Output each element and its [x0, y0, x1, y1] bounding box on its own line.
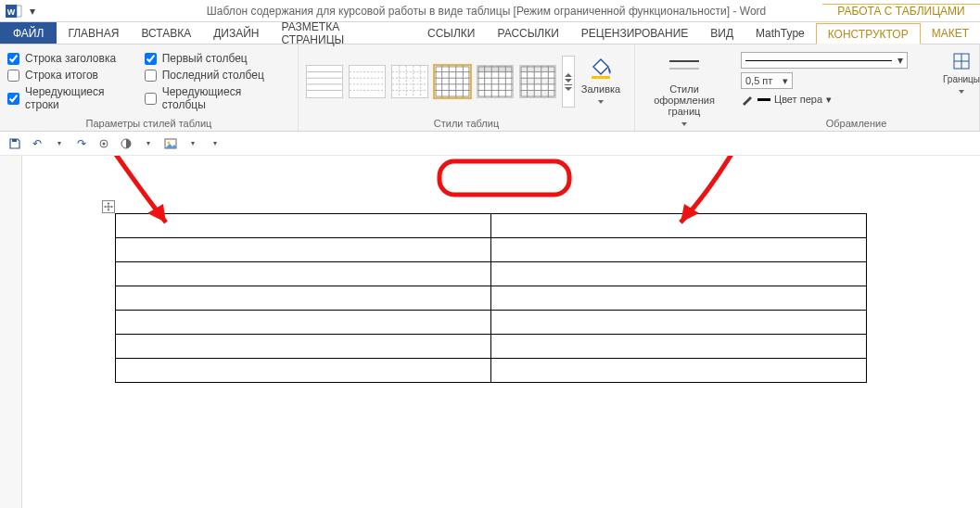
svg-rect-50 [592, 76, 610, 79]
table-style-thumb-6[interactable] [519, 65, 556, 98]
table-style-thumb-5[interactable] [477, 65, 514, 98]
chk-banded-rows[interactable]: Чередующиеся строки [7, 85, 134, 111]
table-row[interactable] [116, 262, 867, 286]
table-row[interactable] [116, 286, 867, 311]
title-bar: W ▾ Шаблон содержания для курсовой работ… [0, 0, 980, 22]
table-cell[interactable] [491, 238, 867, 262]
tab-insert[interactable]: ВСТАВКА [130, 22, 202, 44]
chk-first-col[interactable]: Первый столбец [145, 52, 279, 65]
group-label-borders: Обрамление [741, 116, 972, 129]
qat-customize[interactable]: ▾ [208, 136, 223, 151]
chk-first-col-label: Первый столбец [162, 52, 248, 65]
table-cell[interactable] [116, 311, 491, 335]
chk-banded-cols[interactable]: Чередующиеся столбцы [145, 85, 279, 111]
tab-references[interactable]: ССЫЛКИ [416, 22, 486, 44]
pen-color-swatch [757, 98, 770, 101]
table-cell[interactable] [491, 262, 867, 286]
title-bar-dropdown-icon[interactable]: ▾ [30, 5, 39, 18]
svg-rect-19 [436, 67, 469, 96]
document-table-wrapper [115, 213, 980, 383]
chevron-down-icon [959, 90, 964, 94]
table-cell[interactable] [116, 286, 491, 311]
group-label-style-options: Параметры стилей таблиц [7, 116, 290, 129]
svg-rect-39 [520, 78, 555, 84]
undo-dropdown[interactable]: ▾ [52, 136, 67, 151]
tab-mailings[interactable]: РАССЫЛКИ [486, 22, 569, 44]
svg-rect-40 [520, 90, 555, 96]
borders-button-label: Границы [943, 74, 980, 84]
table-cell[interactable] [491, 214, 867, 238]
table-style-thumb-2[interactable] [349, 65, 386, 98]
tab-file[interactable]: ФАЙЛ [0, 22, 57, 44]
svg-rect-2 [17, 6, 21, 17]
pen-icon [741, 93, 754, 106]
tab-review[interactable]: РЕЦЕНЗИРОВАНИЕ [570, 22, 699, 44]
chk-last-col[interactable]: Последний столбец [145, 69, 279, 82]
line-style-selector[interactable]: ▾ [741, 52, 908, 69]
picture-dropdown[interactable]: ▾ [185, 136, 200, 151]
tab-table-design[interactable]: КОНСТРУКТОР [816, 23, 921, 44]
table-style-thumb-3[interactable] [391, 65, 428, 98]
shading-button[interactable]: Заливка [575, 48, 627, 104]
pen-color-label: Цвет пера [774, 94, 822, 105]
undo-button[interactable]: ↶ [30, 136, 45, 151]
chk-header-row-label: Строка заголовка [25, 52, 116, 65]
chk-header-row[interactable]: Строка заголовка [7, 52, 134, 65]
tab-page-layout[interactable]: РАЗМЕТКА СТРАНИЦЫ [271, 22, 416, 44]
table-cell[interactable] [116, 238, 491, 262]
tab-design[interactable]: ДИЗАЙН [202, 22, 270, 44]
page-view[interactable] [22, 156, 980, 508]
table-cell[interactable] [116, 262, 491, 286]
table-row[interactable] [116, 311, 867, 335]
line-weight-selector[interactable]: 0,5 пт ▾ [741, 72, 793, 89]
borders-button[interactable]: Границы [951, 48, 972, 97]
table-style-thumb-1[interactable] [306, 65, 343, 98]
table-row[interactable] [116, 335, 867, 359]
settings-button[interactable] [96, 136, 111, 151]
tab-mathtype[interactable]: MathType [745, 22, 816, 44]
table-cell[interactable] [116, 359, 491, 383]
border-styles-button[interactable]: Стили оформления границ [643, 48, 726, 126]
group-table-styles: Заливка Стили таблиц [299, 44, 635, 131]
border-styles-icon [666, 54, 703, 80]
contrast-button[interactable] [119, 136, 134, 151]
table-cell[interactable] [491, 359, 867, 383]
save-button[interactable] [7, 136, 22, 151]
shading-label: Заливка [581, 83, 620, 95]
chk-last-col-label: Последний столбец [162, 69, 264, 82]
table-row[interactable] [116, 214, 867, 238]
svg-text:W: W [7, 7, 16, 17]
chk-banded-cols-label: Чередующиеся столбцы [162, 85, 279, 111]
svg-rect-56 [12, 139, 17, 142]
quick-access-toolbar: ↶ ▾ ↷ ▾ ▾ ▾ [0, 132, 980, 156]
paint-bucket-icon [588, 54, 614, 80]
line-weight-value: 0,5 пт [745, 75, 772, 86]
picture-button[interactable] [163, 136, 178, 151]
document-table[interactable] [115, 213, 867, 383]
table-row[interactable] [116, 359, 867, 383]
chevron-down-icon [598, 100, 604, 104]
contrast-dropdown[interactable]: ▾ [141, 136, 156, 151]
tab-table-layout[interactable]: МАКЕТ [921, 22, 980, 44]
table-style-thumb-4[interactable] [434, 65, 471, 98]
table-cell[interactable] [491, 311, 867, 335]
table-cell[interactable] [116, 214, 491, 238]
redo-button[interactable]: ↷ [74, 136, 89, 151]
pen-color-selector[interactable]: Цвет пера ▾ [741, 93, 908, 106]
document-area [0, 156, 980, 508]
table-styles-more-button[interactable] [562, 56, 575, 108]
chk-total-row[interactable]: Строка итогов [7, 69, 134, 82]
table-row[interactable] [116, 238, 867, 262]
table-cell[interactable] [116, 335, 491, 359]
table-cell[interactable] [491, 286, 867, 311]
chk-total-row-label: Строка итогов [25, 69, 98, 82]
chk-banded-rows-label: Чередующиеся строки [25, 85, 134, 111]
vertical-ruler[interactable] [0, 156, 22, 508]
table-styles-gallery [306, 48, 575, 108]
svg-rect-64 [439, 161, 569, 195]
tab-view[interactable]: ВИД [699, 22, 745, 44]
table-cell[interactable] [491, 335, 867, 359]
borders-icon [952, 52, 971, 70]
table-move-handle[interactable] [102, 200, 115, 213]
tab-home[interactable]: ГЛАВНАЯ [57, 22, 130, 44]
